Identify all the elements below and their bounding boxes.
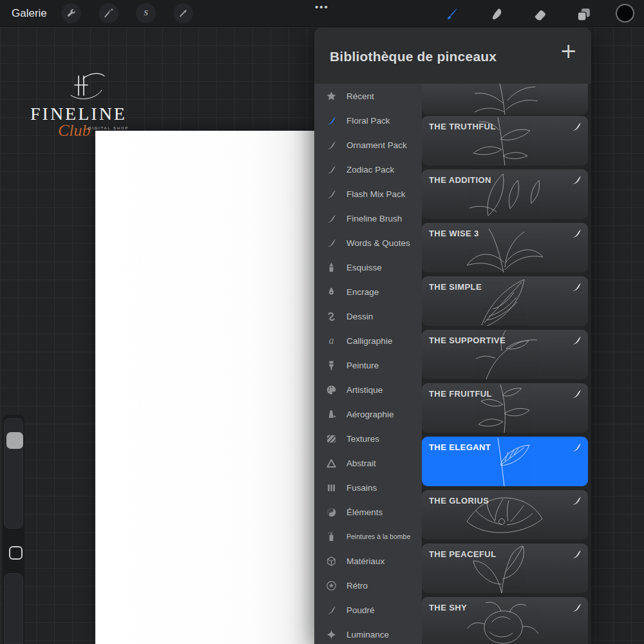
color-swatch-button[interactable]	[616, 4, 634, 23]
brush-category-artistique[interactable]: Artistique	[314, 377, 422, 402]
smudge-icon	[488, 6, 504, 23]
star-icon	[324, 89, 338, 103]
brush-preview-art	[422, 84, 588, 115]
brush-stroke-icon	[571, 228, 582, 239]
brush-category-words-quotes[interactable]: Words & Quotes	[314, 231, 422, 255]
brush-size-slider[interactable]	[4, 418, 23, 529]
brush-item-the-shy[interactable]: THE SHY	[422, 597, 588, 644]
brush-stroke-icon	[324, 187, 338, 201]
wrench-icon	[66, 8, 77, 19]
magic-wand-button[interactable]	[99, 3, 118, 23]
triangle-icon	[324, 456, 338, 470]
brush-stroke-icon	[324, 162, 338, 176]
brush-list: THE TRUTHFUL THE ADDITION THE WISE 3 THE…	[422, 84, 591, 644]
brush-category-poudr-[interactable]: Poudré	[314, 598, 422, 622]
gallery-button[interactable]: Galerie	[12, 0, 47, 27]
canvas-workspace: FINELINE Club DIGITAL SHOP Bibliothèque …	[0, 27, 644, 644]
eraser-icon	[532, 6, 548, 23]
brush-item[interactable]	[422, 84, 588, 115]
brush-stroke-icon	[324, 138, 338, 152]
logo-script-text: Club	[58, 121, 91, 140]
palette-icon	[324, 383, 338, 397]
brush-category-fusains[interactable]: Fusains	[314, 475, 422, 500]
brush-category-abstrait[interactable]: Abstrait	[314, 451, 422, 475]
brush-item-the-elegant[interactable]: THE ELEGANT	[422, 437, 588, 486]
move-arrow-icon	[178, 8, 189, 19]
brush-item-the-wise-3[interactable]: THE WISE 3	[422, 223, 588, 272]
adjustments-s-button[interactable]: S	[136, 3, 156, 23]
logo-monogram-icon	[62, 71, 107, 103]
ink-nib-icon	[324, 285, 338, 299]
svg-text:S: S	[144, 8, 148, 17]
brush-item-the-fruitful[interactable]: THE FRUITFUL	[422, 383, 588, 433]
paint-brush-button[interactable]	[441, 5, 460, 24]
brush-item-the-peaceful[interactable]: THE PEACEFUL	[422, 544, 588, 593]
brush-stroke-icon	[571, 281, 582, 292]
eraser-button[interactable]	[530, 5, 549, 24]
brush-category-luminance[interactable]: Luminance	[314, 622, 422, 644]
wrench-button[interactable]	[61, 3, 81, 23]
layers-button[interactable]	[574, 5, 593, 24]
brush-category-peinture[interactable]: Peinture	[314, 353, 422, 377]
brush-stroke-icon	[324, 211, 338, 225]
brush-item-the-supportive[interactable]: THE SUPPORTIVE	[422, 330, 588, 379]
brush-stroke-icon	[324, 236, 338, 250]
brush-stroke-icon	[324, 603, 338, 617]
logo-brand-text: FINELINE	[27, 106, 130, 122]
brush-library-panel: Bibliothèque de pinceaux + Récent Floral…	[314, 28, 591, 644]
brush-category-textures[interactable]: Textures	[314, 426, 422, 451]
modify-button[interactable]	[9, 546, 23, 560]
spray-can-icon	[324, 529, 338, 544]
more-options-button[interactable]: •••	[304, 1, 340, 12]
elements-icon	[324, 505, 338, 519]
brush-category-r-tro[interactable]: Rétro	[314, 573, 422, 598]
brush-category-fineline-brush[interactable]: Fineline Brush	[314, 206, 422, 231]
procreate-app: FINELINE Club DIGITAL SHOP Bibliothèque …	[0, 0, 644, 644]
brush-category-flash-mix-pack[interactable]: Flash Mix Pack	[314, 182, 422, 206]
brush-size-handle[interactable]	[6, 432, 23, 449]
airbrush-icon	[324, 407, 338, 421]
paintbrush-icon	[324, 358, 338, 372]
brush-category-encrage[interactable]: Encrage	[314, 279, 422, 304]
brush-category-a-rographie[interactable]: Aérographie	[314, 402, 422, 426]
brush-stroke-icon	[571, 388, 582, 399]
sidebar-tools	[3, 415, 24, 644]
squiggle-icon	[324, 309, 338, 323]
brush-category-list: Récent Floral Pack Ornament Pack Zodiac …	[314, 84, 422, 644]
charcoal-icon	[324, 480, 338, 495]
brush-stroke-icon	[571, 175, 582, 185]
brush-stroke-icon	[571, 495, 582, 506]
brush-stroke-icon	[571, 549, 582, 560]
brush-stroke-icon	[571, 335, 582, 346]
brush-item-the-truthful[interactable]: THE TRUTHFUL	[422, 116, 588, 166]
cube-icon	[324, 554, 338, 568]
brush-category--l-ments[interactable]: Éléments	[314, 500, 422, 524]
brush-item-the-addition[interactable]: THE ADDITION	[422, 169, 588, 219]
brush-stroke-icon	[571, 442, 582, 453]
brush-category-esquisse[interactable]: Esquisse	[314, 255, 422, 279]
brush-item-the-simple[interactable]: THE SIMPLE	[422, 276, 588, 326]
sparkle-icon	[324, 627, 338, 641]
smudge-button[interactable]	[486, 5, 506, 24]
brush-category-zodiac-pack[interactable]: Zodiac Pack	[314, 157, 422, 182]
add-brush-button[interactable]: +	[560, 41, 577, 61]
drawing-canvas[interactable]	[95, 131, 315, 644]
adjustments-s-icon: S	[140, 8, 151, 19]
brush-item-the-glorius[interactable]: THE GLORIUS	[422, 490, 588, 540]
brush-library-header: Bibliothèque de pinceaux +	[314, 28, 591, 84]
paint-brush-icon	[443, 6, 459, 23]
calligraphy-icon: a	[324, 334, 338, 348]
move-arrow-button[interactable]	[173, 3, 193, 23]
brush-stroke-icon	[324, 113, 338, 128]
brush-category-calligraphie[interactable]: a Calligraphie	[314, 328, 422, 353]
brush-opacity-slider[interactable]	[4, 573, 23, 644]
brush-category-floral-pack[interactable]: Floral Pack	[314, 108, 422, 133]
brush-category-peintures-la-bombe[interactable]: Peintures à la bombe	[314, 524, 422, 549]
brush-category-dessin[interactable]: Dessin	[314, 304, 422, 328]
brush-stroke-icon	[571, 121, 582, 132]
magic-wand-icon	[103, 8, 114, 19]
brush-category-r-cent[interactable]: Récent	[314, 84, 422, 108]
brush-category-ornament-pack[interactable]: Ornament Pack	[314, 133, 422, 157]
brush-category-mat-riaux[interactable]: Matériaux	[314, 549, 422, 573]
layers-icon	[576, 6, 592, 23]
